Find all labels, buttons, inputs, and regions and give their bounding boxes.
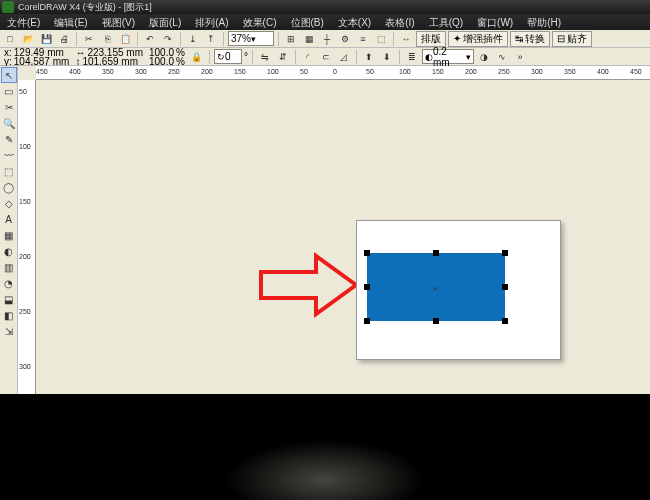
menu-bitmap[interactable]: 位图(B) [284, 14, 331, 30]
table-tool[interactable]: ▦ [1, 227, 17, 243]
flip-h-icon[interactable]: ⇋ [257, 49, 273, 65]
menu-text[interactable]: 文本(X) [331, 14, 378, 30]
app-logo-icon [2, 1, 14, 13]
canvas-area: 4504003503002502001501005005010015020025… [18, 66, 650, 394]
rectangle-tool[interactable]: ⬚ [1, 163, 17, 179]
more-icon[interactable]: » [512, 49, 528, 65]
grid-icon[interactable]: ▦ [301, 31, 317, 47]
outline-tool[interactable]: ◔ [1, 275, 17, 291]
polygon-tool[interactable]: ◇ [1, 195, 17, 211]
to-front-icon[interactable]: ⬆ [361, 49, 377, 65]
import-icon[interactable]: ⤓ [185, 31, 201, 47]
window-title: CorelDRAW X4 (专业版) - [图示1] [18, 1, 152, 14]
snap-button[interactable]: ⊟ 贴齐 [552, 31, 592, 47]
open-icon[interactable]: 📂 [20, 31, 36, 47]
outline-width-combo[interactable]: ◐ 0.2 mm ▾ [422, 49, 474, 64]
menu-effects[interactable]: 效果(C) [236, 14, 284, 30]
handle-b[interactable] [433, 318, 439, 324]
save-icon[interactable]: 💾 [38, 31, 54, 47]
cut-icon[interactable]: ✂ [81, 31, 97, 47]
corner-chamfer-icon[interactable]: ◿ [336, 49, 352, 65]
selected-rectangle[interactable]: × [367, 253, 505, 321]
blend-tool[interactable]: ◐ [1, 243, 17, 259]
guides-icon[interactable]: ┼ [319, 31, 335, 47]
menubar: 文件(E) 编辑(E) 视图(V) 版面(L) 排列(A) 效果(C) 位图(B… [0, 14, 650, 30]
size-readout: ↔223.155 mm ↕101.659 mm [73, 48, 145, 66]
menu-tools[interactable]: 工具(Q) [422, 14, 470, 30]
convert-curve-icon[interactable]: ∿ [494, 49, 510, 65]
page: × [356, 220, 561, 360]
handle-bl[interactable] [364, 318, 370, 324]
rotation-input[interactable]: ↻ 0 [214, 49, 242, 64]
group-icon[interactable]: ⬚ [373, 31, 389, 47]
fill-tool[interactable]: ⬓ [1, 291, 17, 307]
degree-label: ° [244, 51, 248, 62]
print-icon[interactable]: 🖨 [56, 31, 72, 47]
property-bar: x:129.49 mm y:104.587 mm ↔223.155 mm ↕10… [0, 48, 650, 66]
menu-file[interactable]: 文件(E) [0, 14, 47, 30]
copy-icon[interactable]: ⎘ [99, 31, 115, 47]
scale-readout: 100.0% 100.0% [147, 48, 187, 66]
handle-tl[interactable] [364, 250, 370, 256]
layout-button[interactable]: 排版 [416, 31, 446, 47]
interactive-fill-tool[interactable]: ◧ [1, 307, 17, 323]
titlebar: CorelDRAW X4 (专业版) - [图示1] [0, 0, 650, 14]
eyedropper-tool[interactable]: ▥ [1, 259, 17, 275]
shape-tool[interactable]: ▭ [1, 83, 17, 99]
to-back-icon[interactable]: ⬇ [379, 49, 395, 65]
menu-arrange[interactable]: 排列(A) [188, 14, 235, 30]
app-window: CorelDRAW X4 (专业版) - [图示1] 文件(E) 编辑(E) 视… [0, 0, 650, 394]
annotation-arrow-icon [256, 250, 366, 322]
handle-br[interactable] [502, 318, 508, 324]
menu-view[interactable]: 视图(V) [95, 14, 142, 30]
smart-tool[interactable]: 〰 [1, 147, 17, 163]
menu-table[interactable]: 表格(I) [378, 14, 421, 30]
corner-round-icon[interactable]: ⊂ [318, 49, 334, 65]
flip-v-icon[interactable]: ⇵ [275, 49, 291, 65]
center-marker-icon: × [433, 284, 438, 293]
undo-icon[interactable]: ↶ [142, 31, 158, 47]
handle-r[interactable] [502, 284, 508, 290]
image-border [0, 394, 650, 500]
menu-help[interactable]: 帮助(H) [520, 14, 568, 30]
plugin-button[interactable]: ✦ 增强插件 [448, 31, 508, 47]
convert-button[interactable]: ↹ 转换 [510, 31, 550, 47]
dim-icon[interactable]: ↔ [398, 31, 414, 47]
position-readout: x:129.49 mm y:104.587 mm [2, 48, 71, 66]
ruler-horizontal: 4504003503002502001501005005010015020025… [36, 66, 650, 80]
glow-effect [225, 440, 425, 500]
align-icon[interactable]: ≡ [355, 31, 371, 47]
handle-tr[interactable] [502, 250, 508, 256]
new-icon[interactable]: □ [2, 31, 18, 47]
ellipse-tool[interactable]: ◯ [1, 179, 17, 195]
text-tool[interactable]: A [1, 211, 17, 227]
export-icon[interactable]: ⤒ [203, 31, 219, 47]
lock-ratio-icon[interactable]: 🔒 [189, 49, 205, 65]
connector-tool[interactable]: ⇲ [1, 323, 17, 339]
corner-icon[interactable]: ◜ [300, 49, 316, 65]
paste-icon[interactable]: 📋 [117, 31, 133, 47]
zoom-combo[interactable]: 37% ▾ [228, 31, 274, 46]
ruler-vertical: 50100150200250300 [18, 80, 36, 394]
handle-l[interactable] [364, 284, 370, 290]
outline-color-icon[interactable]: ◑ [476, 49, 492, 65]
snap-icon[interactable]: ⊞ [283, 31, 299, 47]
wrap-icon[interactable]: ≣ [404, 49, 420, 65]
crop-tool[interactable]: ✂ [1, 99, 17, 115]
menu-edit[interactable]: 编辑(E) [47, 14, 94, 30]
workarea: ↖ ▭ ✂ 🔍 ✎ 〰 ⬚ ◯ ◇ A ▦ ◐ ▥ ◔ ⬓ ◧ ⇲ 450400… [0, 66, 650, 394]
freehand-tool[interactable]: ✎ [1, 131, 17, 147]
canvas[interactable]: × [36, 80, 650, 394]
standard-toolbar: □ 📂 💾 🖨 ✂ ⎘ 📋 ↶ ↷ ⤓ ⤒ 37% ▾ ⊞ ▦ ┼ ⚙ ≡ ⬚ … [0, 30, 650, 48]
options-icon[interactable]: ⚙ [337, 31, 353, 47]
handle-t[interactable] [433, 250, 439, 256]
menu-layout[interactable]: 版面(L) [142, 14, 188, 30]
pick-tool[interactable]: ↖ [1, 67, 17, 83]
redo-icon[interactable]: ↷ [160, 31, 176, 47]
menu-window[interactable]: 窗口(W) [470, 14, 520, 30]
toolbox: ↖ ▭ ✂ 🔍 ✎ 〰 ⬚ ◯ ◇ A ▦ ◐ ▥ ◔ ⬓ ◧ ⇲ [0, 66, 18, 394]
zoom-tool[interactable]: 🔍 [1, 115, 17, 131]
